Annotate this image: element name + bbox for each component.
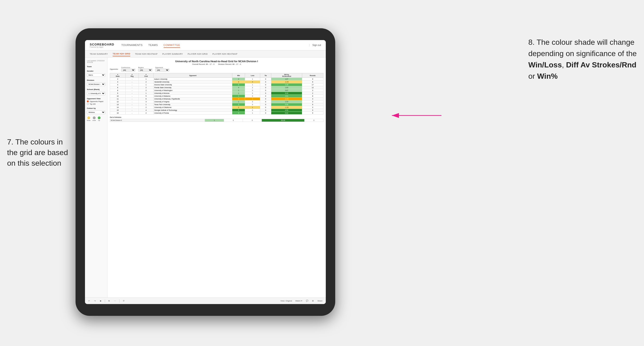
radio-top100[interactable]: Top 100 [87, 103, 105, 105]
top-nav: SCOREBOARD Powered by clippd TOURNAMENTS… [85, 40, 326, 50]
filter-opponent: Opponent (All) [155, 67, 169, 72]
left-panel: Last Updated: 27/03/202416:55:38 Team Ge… [85, 57, 108, 298]
annotation-right: 8. The colour shade will change dependin… [528, 36, 637, 82]
cell-opponent: University of Florida [154, 112, 232, 115]
nav-tournaments[interactable]: TOURNAMENTS [121, 43, 142, 48]
table-row: 13 - 1 Texas Tech University 3 0 0 5.56 … [110, 103, 324, 106]
cell-conf: 1 [138, 103, 154, 106]
radio-opponents-played[interactable]: Opponents Played [87, 100, 105, 102]
cell-reg: - [126, 109, 139, 112]
toolbar-view-label: View: Original [280, 300, 292, 302]
opponent-select[interactable]: (All) [155, 69, 169, 72]
toolbar-copy[interactable]: ⧉ [108, 299, 111, 303]
table-row: 10 - 5 University of Alabama 3 0 0 2.61 … [110, 95, 324, 98]
toolbar-clock[interactable]: ⏱ [122, 299, 126, 302]
toolbar-redo[interactable]: ↪ [93, 299, 97, 302]
toolbar-sep2 [119, 299, 120, 303]
col-diff: Diff AvStrokes/Rnd [271, 73, 302, 78]
cell-rank: 11 [110, 98, 126, 100]
cell-reg: - [126, 89, 139, 92]
sub-nav-player-h2h-grid[interactable]: PLAYER H2H GRID [188, 52, 208, 56]
team-label: Team [87, 65, 105, 68]
table-row: 2 - 1 Auburn University 2 1 0 1.67 9 [110, 78, 324, 81]
cell-conf: 1 [138, 83, 154, 86]
cell-rank: 13 [110, 103, 126, 106]
cell-tie: 0 [260, 100, 271, 103]
sub-nav-team-h2h-heatmap[interactable]: TEAM H2H HEATMAP [135, 52, 158, 56]
cell-tie: 0 [260, 78, 271, 81]
table-row: 14 - 2 University of Oklahoma 0 1 0 -1.0… [110, 106, 324, 109]
toolbar-forward[interactable]: ▶ [99, 299, 102, 302]
toolbar-present[interactable]: ⊞ [311, 299, 315, 302]
cell-tie: 0 [260, 106, 271, 109]
col-rank: #Rank [110, 73, 126, 78]
cell-reg: - [126, 95, 139, 98]
filter-conference: Conference (All) [121, 67, 135, 72]
logo-sub: Powered by clippd [90, 46, 114, 48]
sub-nav-player-h2h-heatmap[interactable]: PLAYER H2H HEATMAP [212, 52, 238, 56]
table-row: 15 - 4 Georgia Institute of Technology 5… [110, 109, 324, 112]
cell-win: 1 [232, 92, 245, 95]
filter-region: Region (All) [138, 67, 152, 72]
region-select[interactable]: (All) [138, 69, 152, 72]
sub-nav-player-summary[interactable]: PLAYER SUMMARY [162, 52, 183, 56]
cell-reg: - [126, 92, 139, 95]
table-row: 8 - 2 University of Washington 1 0 0 3.6… [110, 89, 324, 92]
cell-loss: 0 [245, 103, 260, 106]
sign-out-link[interactable]: Sign out [309, 44, 321, 46]
gender-section: Gender Men's [87, 70, 105, 77]
cell-reg: - [126, 78, 139, 81]
legend-circle-level [93, 116, 96, 119]
cell-loss: 1 [245, 98, 260, 100]
toolbar-more[interactable]: ⋯ [113, 299, 117, 302]
grid-area: University of North Carolina Head-to-Hea… [108, 57, 326, 298]
nav-committee[interactable]: COMMITTEE [164, 43, 180, 48]
toolbar-comment[interactable]: 💬 [305, 299, 309, 302]
cell-rank: 2 [110, 78, 126, 81]
cell-loss: 1 [245, 83, 260, 86]
toolbar-undo[interactable]: ↩ [87, 299, 91, 302]
cell-conf: 2 [138, 106, 154, 109]
cell-tie: 0 [260, 103, 271, 106]
cell-opponent: Florida State University [154, 86, 232, 89]
division-select[interactable]: NCAA Division I [87, 82, 105, 86]
logo-scoreboard: SCOREBOARD [90, 43, 114, 46]
colour-by-select[interactable]: Win/loss Diff Av Strokes/Rnd Win% [87, 111, 105, 114]
gender-select[interactable]: Men's [87, 73, 105, 77]
cell-win: 2 [232, 78, 245, 81]
out-of-division-label: Out of division [110, 116, 324, 118]
bottom-toolbar: ↩ ↪ ▶ ⧉ ⋯ ⏱ View: Original Watch ▾ 💬 ⊞ S… [85, 298, 326, 304]
cell-rank: 16 [110, 112, 126, 115]
cell-reg: - [126, 81, 139, 83]
toolbar-watch[interactable]: Watch ▾ [294, 299, 303, 302]
cell-tie: 0 [260, 95, 271, 98]
cell-diff: 6.62 [271, 112, 302, 115]
cell-reg: - [126, 100, 139, 103]
logo-area: SCOREBOARD Powered by clippd [90, 43, 114, 48]
cell-opponent: University of Washington [154, 89, 232, 92]
cell-conf: 5 [138, 95, 154, 98]
annotation-left: 7. The colours in the grid are based on … [7, 137, 73, 168]
cell-opponent: Vanderbilt University [154, 81, 232, 83]
table-row: 4 - 1 Arizona State University 5 1 0 2.2… [110, 83, 324, 86]
cell-conf: 2 [138, 86, 154, 89]
cell-rounds: 3 [302, 106, 323, 109]
nav-teams[interactable]: TEAMS [148, 43, 158, 48]
toolbar-right: Watch ▾ 💬 ⊞ Share [294, 299, 324, 302]
cell-loss: 0 [245, 89, 260, 92]
table-row: 3 - 2 Vanderbilt University 0 4 0 -2.29 … [110, 81, 324, 83]
conference-select[interactable]: (All) [121, 69, 135, 72]
cell-win: 3 [232, 103, 245, 106]
opponent-view-section: Opponent View Opponents Played Top 100 [87, 98, 105, 105]
cell-opponent: University of Virginia [154, 100, 232, 103]
cell-diff: 3.67 [271, 89, 302, 92]
school-select[interactable]: 1. University of Nort... [87, 92, 105, 95]
sub-nav-team-h2h-grid[interactable]: TEAM H2H GRID [112, 52, 130, 56]
out-of-division-row: NCAA Division II 1 0 0 26.00 3 [110, 119, 324, 122]
sub-nav-team-summary[interactable]: TEAM SUMMARY [90, 52, 108, 56]
legend-label-up: Up [98, 120, 100, 121]
cell-win: 1 [232, 89, 245, 92]
cell-loss: 1 [245, 112, 260, 115]
toolbar-share[interactable]: Share [316, 299, 324, 302]
cell-rank: 6 [110, 86, 126, 89]
